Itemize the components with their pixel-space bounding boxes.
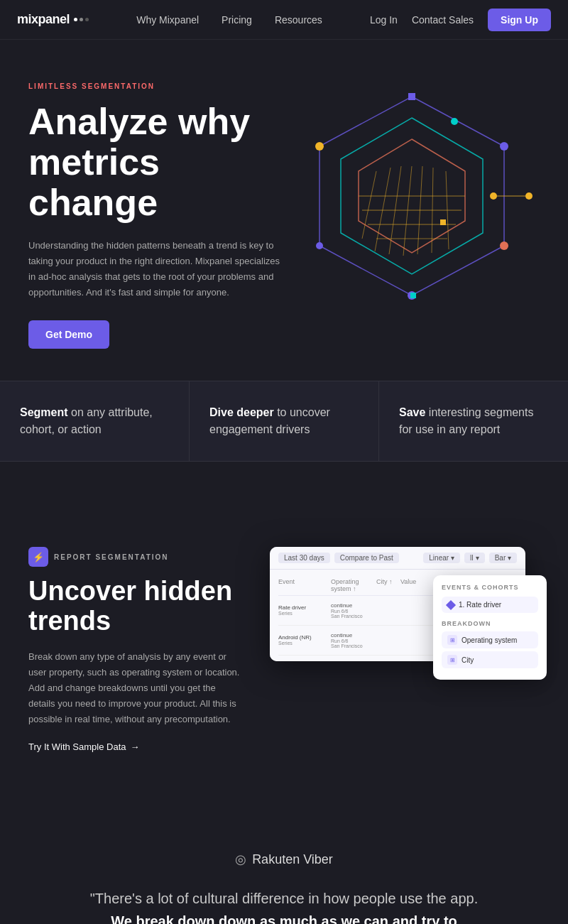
nav-actions: Log In Contact Sales Sign Up (370, 9, 551, 31)
feature-text-segment: Segment on any attribute, cohort, or act… (20, 404, 169, 438)
trends-section: ⚡ REPORT SEGMENTATION Uncover hidden tre… (0, 490, 568, 809)
trends-tag-row: ⚡ REPORT SEGMENTATION (28, 547, 241, 567)
svg-rect-25 (440, 219, 446, 225)
rakuten-icon: ◎ (235, 852, 246, 867)
svg-line-7 (362, 171, 376, 239)
contact-sales-link[interactable]: Contact Sales (412, 14, 474, 26)
diamond-icon (446, 599, 456, 609)
nav-why-mixpanel[interactable]: Why Mixpanel (136, 14, 199, 26)
testimonial-section: ◎ Rakuten Viber "There's a lot of cultur… (0, 809, 568, 924)
panel-event-item[interactable]: 1. Rate driver (442, 597, 538, 613)
city-icon: ⊞ (447, 655, 457, 665)
logo-text: mixpanel (17, 12, 70, 27)
testimonial-quote: "There's a lot of cultural difference in… (78, 887, 490, 924)
navbar: mixpanel Why Mixpanel Pricing Resources … (0, 0, 568, 40)
get-demo-button[interactable]: Get Demo (28, 320, 109, 349)
hero-graphic (284, 82, 540, 310)
features-bar: Segment on any attribute, cohort, or act… (0, 381, 568, 462)
hero-left: LIMITLESS SEGMENTATION Analyze why metri… (28, 82, 284, 349)
panel-breakdown-os[interactable]: ⊞ Operating system (442, 631, 538, 648)
trends-left: ⚡ REPORT SEGMENTATION Uncover hidden tre… (28, 547, 241, 752)
trends-description: Break down any type of analysis by any e… (28, 649, 241, 727)
logo: mixpanel (17, 12, 89, 27)
svg-line-10 (403, 166, 412, 256)
trends-title: Uncover hidden trends (28, 577, 241, 636)
hero-section: LIMITLESS SEGMENTATION Analyze why metri… (0, 40, 568, 381)
hero-title: Analyze why metrics change (28, 102, 284, 224)
spacer-1 (0, 462, 568, 490)
trends-right: Last 30 days Compare to Past Linear ▾ lI… (270, 547, 540, 661)
filter-pill-1[interactable]: Linear ▾ (423, 553, 460, 563)
svg-point-18 (500, 241, 508, 250)
rakuten-text: Rakuten Viber (252, 852, 333, 867)
filter-pill-3[interactable]: Bar ▾ (489, 553, 517, 563)
svg-point-15 (500, 142, 508, 151)
feature-item-dive: Dive deeper to uncover engagement driver… (190, 381, 379, 461)
dashboard-header: Last 30 days Compare to Past Linear ▾ lI… (270, 547, 525, 570)
nav-resources[interactable]: Resources (275, 14, 322, 26)
nav-pricing[interactable]: Pricing (222, 14, 252, 26)
hero-description: Understanding the hidden patterns beneat… (28, 238, 284, 300)
svg-point-21 (451, 118, 458, 125)
feature-text-dive: Dive deeper to uncover engagement driver… (209, 404, 359, 438)
signup-button[interactable]: Sign Up (488, 9, 551, 31)
floating-panel: EVENTS & COHORTS 1. Rate driver BREAKDOW… (433, 575, 547, 680)
panel-breakdown-city[interactable]: ⊞ City (442, 651, 538, 668)
logo-dot-1 (74, 18, 77, 21)
logo-dots (74, 18, 89, 21)
feature-bold-segment: Segment (20, 406, 68, 418)
feature-item-save: Save interesting segments for use in any… (379, 381, 568, 461)
hero-tag: LIMITLESS SEGMENTATION (28, 82, 284, 90)
svg-point-16 (315, 142, 324, 151)
testimonial-logo: ◎ Rakuten Viber (28, 852, 540, 867)
section-tag-icon: ⚡ (28, 547, 48, 567)
svg-point-19 (316, 242, 323, 249)
panel-breakdown-title: BREAKDOWN (442, 620, 538, 627)
arrow-icon: → (131, 741, 140, 752)
svg-point-24 (525, 192, 532, 200)
feature-bold-save: Save (399, 406, 425, 418)
hero-visual (284, 82, 540, 310)
login-link[interactable]: Log In (370, 14, 398, 26)
nav-links: Why Mixpanel Pricing Resources (136, 14, 322, 26)
logo-dot-3 (85, 18, 89, 21)
panel-events-title: EVENTS & COHORTS (442, 584, 538, 591)
quote-bold: We break down down as much as we can and… (87, 913, 482, 924)
svg-rect-26 (410, 293, 416, 298)
feature-text-save: Save interesting segments for use in any… (399, 404, 548, 438)
logo-dot-2 (80, 18, 83, 21)
section-tag-label: REPORT SEGMENTATION (54, 553, 169, 561)
filter-pill-2[interactable]: lI ▾ (464, 553, 485, 563)
feature-bold-dive: Dive deeper (209, 406, 274, 418)
try-sample-data-link[interactable]: Try It With Sample Data → (28, 741, 241, 752)
feature-item-segment: Segment on any attribute, cohort, or act… (0, 381, 190, 461)
svg-rect-14 (408, 93, 415, 100)
header-pill-2[interactable]: Compare to Past (334, 553, 399, 563)
os-icon: ⊞ (447, 635, 457, 645)
header-pill-1[interactable]: Last 30 days (278, 553, 330, 563)
